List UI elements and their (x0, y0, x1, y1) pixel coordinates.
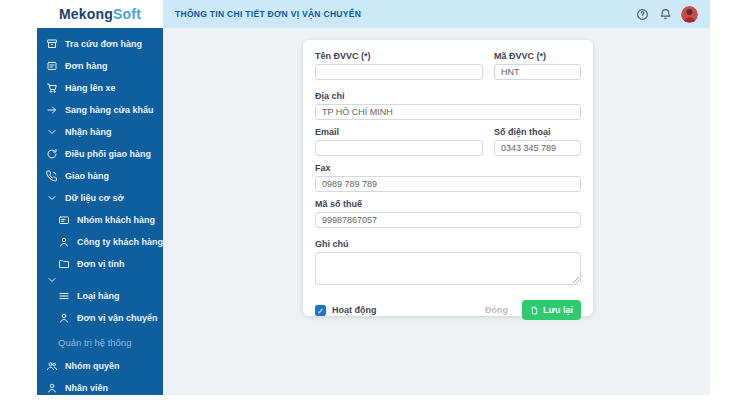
people-icon (46, 360, 58, 372)
sidebar-item-label: Đơn vị vận chuyển (77, 313, 157, 323)
header-actions (635, 6, 698, 23)
save-button-label: Lưu lại (543, 305, 573, 315)
sidebar-item-label: Điều phối giao hàng (65, 149, 151, 159)
logo-bold-part: Mekong (59, 6, 113, 22)
sidebar-item-label: Nhân viên (65, 383, 108, 393)
refresh-icon (46, 148, 58, 160)
header-band: THÔNG TIN CHI TIẾT ĐƠN VỊ VẬN CHUYỂN (163, 0, 710, 28)
sidebar-group-collapsed-toggle[interactable] (37, 275, 163, 285)
logo-area: MekongSoft (37, 0, 163, 28)
sidebar-item-label: Đơn hàng (65, 61, 107, 71)
save-file-icon (530, 306, 539, 315)
sidebar-item-nhan-vien[interactable]: Nhân viên (37, 377, 163, 399)
active-checkbox-label: Hoạt động (332, 305, 377, 315)
user-avatar[interactable] (681, 6, 698, 23)
sidebar-item-dieu-phoi-giao-hang[interactable]: Điều phối giao hàng (37, 143, 163, 165)
close-button[interactable]: Đóng (485, 305, 508, 315)
sidebar-group-label: Dữ liệu cơ sở (65, 193, 124, 203)
sidebar-section-label: Quản trị hệ thống (58, 337, 131, 348)
sidebar-item-label: Giao hàng (65, 171, 109, 181)
ghi-chu-label: Ghi chú (315, 239, 581, 249)
save-button[interactable]: Lưu lại (522, 300, 581, 320)
mekongsoft-logo: MekongSoft (59, 6, 141, 22)
sidebar-nav: Tra cứu đơn hàng Đơn hàng Hàng lên xe Sa… (37, 28, 163, 395)
sidebar-item-label: Hàng lên xe (65, 83, 116, 93)
ten-dvvc-label: Tên ĐVVC (*) (315, 51, 483, 61)
sidebar-item-nhom-quyen[interactable]: Nhóm quyền (37, 355, 163, 377)
ma-so-thue-label: Mã số thuế (315, 199, 581, 209)
ten-dvvc-input[interactable] (315, 64, 483, 80)
sidebar-item-label: Đơn vị tính (77, 259, 124, 269)
logo-light-part: Soft (113, 6, 141, 22)
ma-so-thue-input[interactable] (315, 212, 581, 228)
person-icon (46, 382, 58, 394)
top-bar: MekongSoft THÔNG TIN CHI TIẾT ĐƠN VỊ VẬN… (37, 0, 710, 28)
sidebar-item-label: Nhóm quyền (65, 361, 120, 371)
phone-icon (46, 170, 58, 182)
shipping-unit-detail-card: Tên ĐVVC (*) Mã ĐVVC (*) Địa chỉ Email (303, 40, 593, 316)
so-dien-thoai-label: Số điện thoại (494, 127, 581, 137)
active-checkbox[interactable] (315, 305, 326, 316)
sidebar-item-hang-len-xe[interactable]: Hàng lên xe (37, 77, 163, 99)
dia-chi-input[interactable] (315, 104, 581, 120)
sidebar-item-label: Sang hàng cửa khẩu (65, 105, 154, 115)
ma-dvvc-label: Mã ĐVVC (*) (494, 51, 581, 61)
sidebar-item-loai-hang[interactable]: Loại hàng (37, 285, 163, 307)
sidebar-item-nhan-hang[interactable]: Nhận hàng (37, 121, 163, 143)
card-footer: Hoạt động Đóng Lưu lại (315, 300, 581, 320)
email-input[interactable] (315, 140, 483, 156)
sidebar-item-label: Loại hàng (77, 291, 120, 301)
archive-box-icon (46, 38, 58, 50)
ma-dvvc-input[interactable] (494, 64, 581, 80)
sidebar-section-quan-tri-he-thong: Quản trị hệ thống (37, 329, 163, 355)
arrow-right-icon (46, 104, 58, 116)
so-dien-thoai-input[interactable] (494, 140, 581, 156)
sidebar-item-nhom-khach-hang[interactable]: Nhóm khách hàng (37, 209, 163, 231)
help-icon[interactable] (635, 7, 649, 21)
sidebar-group-du-lieu-co-so[interactable]: Dữ liệu cơ sở (37, 187, 163, 209)
dia-chi-label: Địa chỉ (315, 91, 581, 101)
chevron-down-icon (46, 274, 58, 286)
sidebar-item-sang-hang-cua-khau[interactable]: Sang hàng cửa khẩu (37, 99, 163, 121)
sidebar-item-giao-hang[interactable]: Giao hàng (37, 165, 163, 187)
email-label: Email (315, 127, 483, 137)
chevron-down-icon (46, 126, 58, 138)
menu-icon (58, 290, 70, 302)
person-icon (58, 236, 70, 248)
id-card-icon (58, 214, 70, 226)
fax-input[interactable] (315, 176, 581, 192)
main-content: Tên ĐVVC (*) Mã ĐVVC (*) Địa chỉ Email (163, 28, 710, 395)
sidebar-item-tra-cuu-don-hang[interactable]: Tra cứu đơn hàng (37, 33, 163, 55)
sidebar-item-label: Nhận hàng (65, 127, 112, 137)
document-lines-icon (46, 60, 58, 72)
cart-icon (46, 82, 58, 94)
person-icon (58, 312, 70, 324)
sidebar-item-don-hang[interactable]: Đơn hàng (37, 55, 163, 77)
app-window: MekongSoft THÔNG TIN CHI TIẾT ĐƠN VỊ VẬN… (37, 0, 710, 395)
sidebar-item-label: Công ty khách hàng (77, 237, 163, 247)
bell-icon[interactable] (658, 7, 672, 21)
sidebar-item-label: Nhóm khách hàng (77, 215, 155, 225)
sidebar-item-cong-ty-khach-hang[interactable]: Công ty khách hàng (37, 231, 163, 253)
folder-icon (58, 258, 70, 270)
sidebar-item-don-vi-van-chuyen[interactable]: Đơn vị vận chuyển (37, 307, 163, 329)
chevron-down-icon (46, 192, 58, 204)
fax-label: Fax (315, 163, 581, 173)
ghi-chu-textarea[interactable] (315, 252, 581, 285)
resize-handle[interactable] (573, 277, 579, 283)
page-title: THÔNG TIN CHI TIẾT ĐƠN VỊ VẬN CHUYỂN (175, 9, 361, 19)
sidebar-item-don-vi-tinh[interactable]: Đơn vị tính (37, 253, 163, 275)
sidebar-item-label: Tra cứu đơn hàng (65, 39, 142, 49)
